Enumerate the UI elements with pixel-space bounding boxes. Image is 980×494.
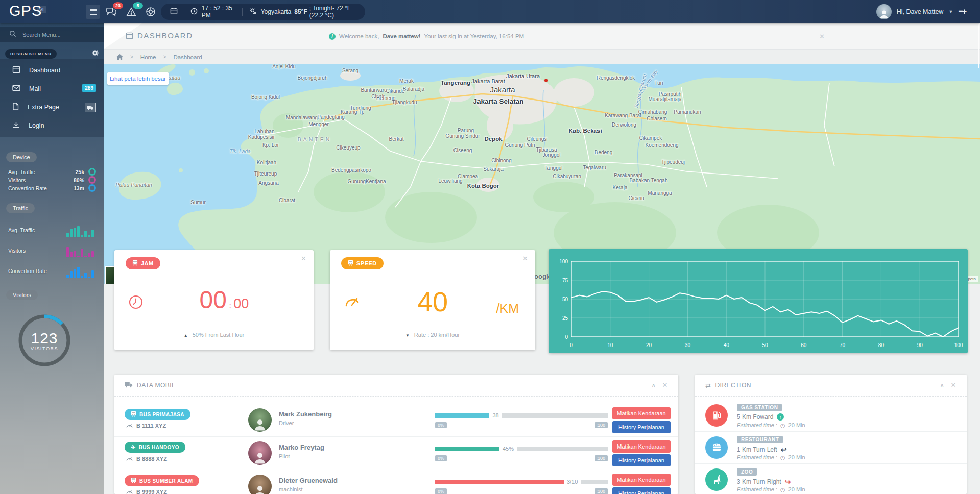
sidebar-item-label: Mail — [29, 85, 41, 92]
breadcrumb-page: Dashboard — [173, 54, 202, 60]
avatar[interactable] — [248, 475, 272, 494]
breadcrumb-home[interactable]: Home — [140, 54, 156, 60]
progress-limits: 0%100 — [435, 422, 608, 428]
mail-icon — [12, 85, 20, 93]
sidebar-item-mail[interactable]: Mail289 — [0, 80, 104, 98]
turn-left-icon: ↩ — [781, 446, 787, 454]
hamburger-menu-icon[interactable] — [86, 5, 100, 19]
traffic-row: Avg. Traffic — [8, 220, 94, 240]
jam-card-close-icon[interactable]: ✕ — [301, 255, 306, 262]
bus-icon — [131, 411, 136, 418]
search-icon — [9, 30, 16, 39]
svg-text:30: 30 — [685, 342, 691, 348]
visitors-gauge: 123 VISITORS — [16, 312, 73, 369]
close-icon[interactable]: ✕ — [662, 382, 668, 389]
column-divider — [237, 408, 237, 432]
direction-icon: ⇄ — [705, 382, 711, 389]
speed-card-close-icon[interactable]: ✕ — [522, 255, 528, 262]
giraffe-icon — [705, 468, 728, 491]
sidebar-item-label: Dashboard — [29, 67, 60, 74]
trip-history-button[interactable]: History Perjalanan — [612, 421, 671, 433]
avatar[interactable] — [248, 408, 272, 432]
view-larger-map-button[interactable]: Lihat peta lebih besar — [107, 72, 169, 85]
home-icon[interactable] — [116, 54, 123, 60]
user-greeting[interactable]: Hi, Dave Mattew — [897, 8, 944, 15]
turn-off-vehicle-button[interactable]: Matikan Kendaraan — [612, 407, 671, 419]
trip-history-button[interactable]: History Perjalanan — [612, 487, 671, 494]
chevron-down-icon[interactable]: ▼ — [948, 9, 953, 14]
sidebar-menu: DashboardMail289Extra PageLogin — [0, 61, 104, 135]
data-mobil-title: DATA MOBIL — [137, 382, 175, 389]
bus-name: BUS SUMBER ALAM — [139, 478, 193, 484]
speedometer-icon — [126, 423, 133, 429]
device-section-label: Device — [6, 152, 37, 162]
welcome-close-icon[interactable]: ✕ — [819, 33, 825, 40]
stat-value: 13m — [74, 185, 84, 191]
calendar-icon[interactable] — [170, 7, 178, 16]
welcome-banner: i Welcome back, Dave mattew! Your last s… — [329, 23, 524, 49]
traffic-section-label: Traffic — [6, 203, 35, 213]
search-input[interactable] — [21, 31, 85, 38]
table-row: BUS SUMBER ALAMB 9999 XYZDieter Gruenewa… — [114, 470, 678, 494]
turn-off-vehicle-button[interactable]: Matikan Kendaraan — [612, 440, 671, 453]
progress-track — [502, 413, 608, 418]
sidebar-item-login[interactable]: Login — [0, 116, 104, 135]
svg-text:90: 90 — [917, 342, 923, 348]
stat-value: 25k — [75, 169, 84, 175]
column-divider — [237, 441, 237, 465]
sidebar-item-extra-page[interactable]: Extra Page — [0, 98, 104, 116]
direction-title: DIRECTION — [715, 382, 751, 389]
svg-text:20: 20 — [646, 342, 652, 348]
speed-card: SPEED ✕ 40 /KM ▼ Rate : 20 km/Hour — [330, 250, 535, 350]
sidebar-search[interactable] — [0, 27, 104, 42]
stat-label: Avg. Traffic — [8, 169, 35, 175]
user-avatar[interactable] — [876, 4, 892, 19]
current-time: 17 : 52 : 35 PM — [202, 5, 236, 19]
driver-role: Driver — [279, 420, 294, 426]
turn-off-vehicle-button[interactable]: Matikan Kendaraan — [612, 474, 671, 486]
info-icon: i — [329, 33, 336, 40]
add-menu-icon[interactable]: ≡+ — [958, 7, 966, 16]
clock-icon: ◷ — [780, 454, 785, 460]
bus-icon — [348, 260, 353, 267]
progress-limits: 0%100 — [435, 455, 608, 461]
main-content: DASHBOARD i Welcome back, Dave mattew! Y… — [104, 23, 980, 494]
page-icon — [12, 103, 19, 112]
traffic-row: Convertion Rate — [8, 261, 94, 281]
scrollbar-thumb[interactable] — [978, 24, 979, 68]
svg-text:80: 80 — [878, 342, 885, 348]
progress-fill — [435, 447, 499, 451]
sidebar-item-dashboard[interactable]: Dashboard — [0, 61, 104, 80]
visitors-caption: VISITORS — [31, 346, 58, 351]
svg-text:10: 10 — [607, 342, 613, 348]
visitors-count: 123 — [31, 330, 58, 347]
progress-min-badge: 0% — [435, 455, 447, 461]
alerts-icon[interactable]: 5 — [124, 5, 138, 19]
stat-donut-icon — [88, 168, 96, 176]
messages-icon[interactable]: 23 — [104, 5, 118, 19]
bus-badge: ✈BUS HANDOYO — [125, 442, 185, 453]
collapse-icon[interactable]: ∧ — [940, 382, 944, 389]
svg-text:0: 0 — [570, 342, 573, 348]
collapse-icon[interactable]: ∧ — [651, 382, 656, 389]
device-stat-row: Visitors80% — [8, 176, 96, 184]
bus-badge: BUS SUMBER ALAM — [125, 475, 199, 486]
status-pill: 17 : 52 : 35 PM Yogyakarta 85°F ; Tonigh… — [161, 4, 365, 20]
page-header: DASHBOARD i Welcome back, Dave mattew! Y… — [104, 23, 980, 50]
plate-number: B 8888 XYZ — [126, 456, 167, 462]
close-icon[interactable]: ✕ — [951, 382, 957, 389]
menu-section-label: DESIGN KIT MENU — [5, 49, 57, 59]
direction-items: GAS STATION5 Km Foward ↑Estimated time :… — [695, 400, 967, 494]
avatar[interactable] — [248, 441, 272, 465]
bus-icon — [131, 477, 136, 484]
driver-role: Pilot — [279, 453, 290, 459]
svg-text:100: 100 — [559, 259, 568, 264]
helm-icon[interactable] — [144, 5, 158, 19]
gear-icon[interactable] — [91, 49, 99, 59]
table-row: ✈BUS HANDOYOB 8888 XYZMarko FreytagPilot… — [114, 436, 678, 470]
trip-history-button[interactable]: History Perjalanan — [612, 454, 671, 466]
data-mobil-rows: BUS PRIMAJASAB 1111 XYZMark ZukenbeirgDr… — [114, 404, 678, 494]
dashboard-icon — [12, 66, 20, 75]
sidebar: DESIGN KIT MENU DashboardMail289Extra Pa… — [0, 23, 104, 494]
progress-label: 3/10 — [567, 479, 578, 485]
